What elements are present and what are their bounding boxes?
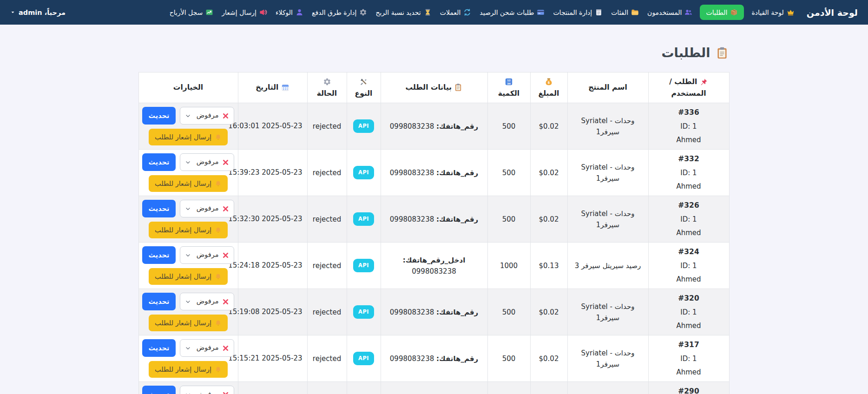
nav-item[interactable]: لوحة القيادة	[750, 5, 795, 20]
status-select[interactable]: مرفوض	[180, 246, 234, 264]
status-cell: rejected	[307, 196, 347, 243]
bell-icon	[215, 366, 222, 373]
amount-cell: $0.02	[530, 103, 567, 150]
status-cell: rejected	[307, 335, 347, 382]
order-row: #290 ID: 1 Ahmed رصيد سيريتل سيرفر 3 $0.…	[138, 382, 729, 394]
column-header: $ المبلغ	[530, 72, 567, 103]
api-type-badge: API	[353, 259, 374, 272]
update-button[interactable]: تحديث	[142, 107, 175, 125]
type-cell: API	[347, 243, 381, 289]
product-name-cell: وحدات - Syriatel سيرفر1	[567, 103, 648, 150]
column-header-label: اسم المنتج	[588, 83, 627, 92]
nav-item[interactable]: إدارة طرق الدفع	[311, 5, 368, 20]
status-select[interactable]: مرفوض	[180, 153, 234, 171]
x-mark-icon	[222, 345, 229, 352]
quantity-cell: 500	[487, 335, 530, 382]
order-data-label: رقم_هاتفك:	[436, 169, 478, 177]
status-select-value: مرفوض	[197, 296, 219, 307]
update-button[interactable]: تحديث	[142, 153, 175, 171]
nav-item[interactable]: إدارة المنتجات	[552, 5, 604, 20]
welcome-text: مرحباً، admin	[19, 9, 66, 16]
send-notification-button[interactable]: إرسال إشعار للطلب	[149, 222, 228, 238]
nav-item-active[interactable]: الطلبات	[700, 5, 744, 20]
bell-icon	[215, 134, 222, 141]
x-mark-icon	[222, 298, 229, 305]
user-id: ID: 1	[653, 260, 724, 271]
x-mark-icon	[222, 391, 229, 394]
page-title-text: الطلبات	[661, 46, 710, 60]
order-data-label: رقم_هاتفك:	[436, 215, 478, 223]
bell-icon	[215, 180, 222, 187]
quantity-cell: 1000	[487, 382, 530, 394]
update-button[interactable]: تحديث	[142, 293, 175, 310]
user-name: Ahmed	[653, 181, 724, 192]
update-button[interactable]: تحديث	[142, 339, 175, 357]
send-notification-button[interactable]: إرسال إشعار للطلب	[149, 315, 228, 331]
column-header: بيانات الطلب	[381, 72, 487, 103]
column-header-label: بيانات الطلب	[406, 83, 452, 92]
chevron-down-icon	[185, 252, 191, 258]
nav-item[interactable]: الفئات	[610, 5, 640, 20]
user-menu[interactable]: مرحباً، admin	[10, 9, 66, 16]
x-mark-icon	[222, 112, 229, 119]
numbers-icon: 1234	[505, 78, 513, 86]
status-select[interactable]: مرفوض	[180, 386, 234, 394]
update-button[interactable]: تحديث	[142, 246, 175, 264]
date-cell: 2025-05-23 15:19:08	[238, 289, 307, 335]
options-cell: مرفوض تحديث إرسال إشعار للطلب	[138, 243, 238, 289]
nav-item[interactable]: المستخدمون	[646, 5, 693, 20]
nav-item-label: تحديد نسبة الربح	[375, 9, 421, 16]
order-data-value: 0998083238	[390, 122, 434, 131]
tools-icon	[360, 78, 368, 86]
type-cell: API	[347, 289, 381, 335]
update-button[interactable]: تحديث	[142, 200, 175, 217]
nav-item[interactable]: العملات	[439, 5, 473, 20]
nav-item[interactable]: طلبات شحن الرصيد	[479, 5, 546, 20]
update-button[interactable]: تحديث	[142, 386, 175, 394]
column-header-label: الخيارات	[173, 83, 203, 92]
order-row: #326 ID: 1 Ahmed وحدات - Syriatel سيرفر1…	[138, 196, 729, 243]
gear-icon	[323, 78, 331, 86]
nav-item[interactable]: تحديد نسبة الربح	[375, 5, 432, 20]
api-type-badge: API	[353, 119, 374, 132]
order-row: #332 ID: 1 Ahmed وحدات - Syriatel سيرفر1…	[138, 150, 729, 196]
order-data-cell: رقم_هاتفك: 0998083238	[381, 335, 487, 382]
status-select-value: مرفوض	[197, 250, 219, 260]
chevron-down-icon	[185, 113, 191, 119]
status-select[interactable]: مرفوض	[180, 293, 234, 310]
send-notification-button[interactable]: إرسال إشعار للطلب	[149, 129, 228, 145]
status-select[interactable]: مرفوض	[180, 200, 234, 217]
send-notification-button[interactable]: إرسال إشعار للطلب	[149, 175, 228, 192]
navbar: لوحة الأدمن لوحة القيادةالطلباتالمستخدمو…	[0, 0, 868, 25]
product-name-cell: وحدات - Syriatel سيرفر1	[567, 150, 648, 196]
product-name-cell: وحدات - Syriatel سيرفر1	[567, 335, 648, 382]
nav-item[interactable]: سجل الأرباح	[169, 5, 215, 20]
bell-icon	[215, 320, 222, 327]
nav-item[interactable]: الوكلاء	[275, 5, 304, 20]
column-header: اسم المنتج	[567, 72, 648, 103]
user-id: ID: 1	[653, 121, 724, 132]
nav-item[interactable]: إرسال إشعار	[221, 5, 268, 20]
nav-item-label: الطلبات	[706, 9, 727, 16]
notepad-icon	[595, 8, 603, 16]
column-header-label: التاريخ	[256, 83, 278, 92]
brand-title[interactable]: لوحة الأدمن	[807, 7, 858, 18]
status-select[interactable]: مرفوض	[180, 107, 234, 125]
status-select[interactable]: مرفوض	[180, 339, 234, 357]
amount-cell: $0.13	[530, 382, 567, 394]
date-cell: 2025-05-23 15:32:30	[238, 196, 307, 243]
quantity-cell: 500	[487, 289, 530, 335]
quantity-cell: 500	[487, 150, 530, 196]
send-notification-button[interactable]: إرسال إشعار للطلب	[149, 361, 228, 378]
column-header-label: الحالة	[317, 89, 337, 98]
nav-item-label: إرسال إشعار	[222, 9, 256, 16]
users-icon	[684, 8, 692, 16]
status-cell: rejected	[307, 289, 347, 335]
order-user-cell: #317 ID: 1 Ahmed	[648, 335, 729, 382]
orders-table: الطلب / المستخدماسم المنتج$ المبلغ1234 ا…	[138, 72, 730, 394]
order-data-label: رقم_هاتفك:	[436, 355, 478, 363]
amount-cell: $0.02	[530, 289, 567, 335]
send-notification-button[interactable]: إرسال إشعار للطلب	[149, 268, 228, 285]
date-cell: 2025-05-23 15:39:23	[238, 150, 307, 196]
nav-item-label: المستخدمون	[647, 9, 682, 16]
